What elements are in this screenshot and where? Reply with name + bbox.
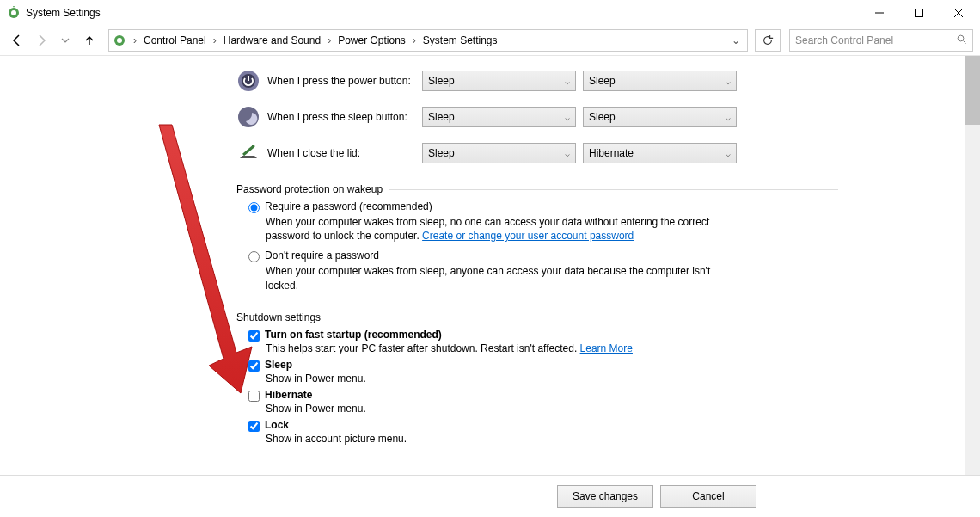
breadcrumb-dropdown-icon[interactable]: ⌄ xyxy=(728,34,744,46)
sleep-label: Sleep xyxy=(265,359,292,371)
close-lid-plugged-dropdown[interactable]: Hibernate⌵ xyxy=(583,143,737,163)
cancel-button[interactable]: Cancel xyxy=(660,485,756,508)
sleep-checkbox-row[interactable]: Sleep xyxy=(248,359,838,372)
forward-button[interactable] xyxy=(31,30,52,51)
fast-startup-label: Turn on fast startup (recommended) xyxy=(265,329,442,341)
dont-require-password-radio[interactable]: Don't require a password xyxy=(248,249,838,262)
chevron-down-icon: ⌵ xyxy=(565,77,570,86)
footer: Save changes Cancel xyxy=(0,475,980,517)
laptop-lid-icon xyxy=(236,141,260,165)
sleep-button-label: When I press the sleep button: xyxy=(267,111,422,123)
vertical-scrollbar[interactable] xyxy=(965,56,980,475)
dont-require-password-radio-input[interactable] xyxy=(248,251,260,262)
chevron-right-icon[interactable]: › xyxy=(211,34,218,46)
lock-checkbox[interactable] xyxy=(248,421,260,432)
minimize-button[interactable] xyxy=(860,0,899,26)
recent-locations-button[interactable] xyxy=(55,30,76,51)
hibernate-desc: Show in Power menu. xyxy=(266,402,721,415)
breadcrumb-icon xyxy=(113,34,126,47)
chevron-right-icon[interactable]: › xyxy=(326,34,333,46)
svg-point-1 xyxy=(11,10,16,15)
close-lid-battery-dropdown[interactable]: Sleep⌵ xyxy=(422,143,576,163)
password-group-header: Password protection on wakeup xyxy=(236,183,838,195)
sleep-button-plugged-dropdown[interactable]: Sleep⌵ xyxy=(583,107,737,127)
fast-startup-checkbox[interactable] xyxy=(248,330,260,342)
back-button[interactable] xyxy=(7,30,28,51)
lock-desc: Show in account picture menu. xyxy=(266,432,721,446)
main-area: When I press the power button: Sleep⌵ Sl… xyxy=(0,55,980,475)
create-password-link[interactable]: Create or change your user account passw… xyxy=(422,230,634,242)
require-password-radio[interactable]: Require a password (recommended) xyxy=(248,200,838,213)
search-input[interactable]: Search Control Panel xyxy=(789,29,973,52)
chevron-down-icon: ⌵ xyxy=(726,77,731,86)
breadcrumb-bar[interactable]: › Control Panel › Hardware and Sound › P… xyxy=(108,29,748,52)
sleep-icon xyxy=(236,105,260,129)
fast-startup-desc: This helps start your PC faster after sh… xyxy=(266,342,721,355)
breadcrumb-item[interactable]: Control Panel xyxy=(140,34,210,46)
window-title: System Settings xyxy=(26,7,101,19)
hibernate-checkbox-row[interactable]: Hibernate xyxy=(248,389,838,402)
chevron-right-icon[interactable]: › xyxy=(132,34,138,46)
breadcrumb-item[interactable]: Hardware and Sound xyxy=(220,34,324,46)
system-settings-icon xyxy=(7,6,21,20)
save-changes-button[interactable]: Save changes xyxy=(557,485,653,508)
lock-checkbox-row[interactable]: Lock xyxy=(248,419,838,432)
power-button-action-row: When I press the power button: Sleep⌵ Sl… xyxy=(236,63,838,99)
svg-line-9 xyxy=(964,40,966,43)
close-lid-action-row: When I close the lid: Sleep⌵ Hibernate⌵ xyxy=(236,135,838,171)
scroll-thumb[interactable] xyxy=(965,56,980,125)
titlebar: ↔ System Settings xyxy=(0,0,980,26)
chevron-down-icon: ⌵ xyxy=(726,149,731,158)
hibernate-checkbox[interactable] xyxy=(248,391,260,402)
close-button[interactable] xyxy=(939,0,978,26)
dont-require-password-desc: When your computer wakes from sleep, any… xyxy=(266,264,721,292)
dont-require-password-label: Don't require a password xyxy=(265,249,379,262)
sleep-checkbox[interactable] xyxy=(248,360,260,372)
breadcrumb-item[interactable]: System Settings xyxy=(420,34,501,46)
chevron-down-icon: ⌵ xyxy=(726,113,731,122)
require-password-label: Require a password (recommended) xyxy=(265,200,432,212)
chevron-down-icon: ⌵ xyxy=(565,149,570,158)
sleep-button-battery-dropdown[interactable]: Sleep⌵ xyxy=(422,107,576,127)
refresh-button[interactable] xyxy=(755,29,781,52)
chevron-right-icon[interactable]: › xyxy=(411,34,418,46)
breadcrumb-item[interactable]: Power Options xyxy=(334,34,409,46)
power-button-battery-dropdown[interactable]: Sleep⌵ xyxy=(422,71,576,91)
maximize-button[interactable] xyxy=(899,0,939,26)
require-password-desc: When your computer wakes from sleep, no … xyxy=(266,215,721,243)
chevron-down-icon: ⌵ xyxy=(565,113,570,122)
search-placeholder: Search Control Panel xyxy=(795,34,893,46)
resize-arrow-icon: ↔ xyxy=(915,0,927,2)
svg-rect-3 xyxy=(916,9,923,17)
svg-point-7 xyxy=(117,38,122,43)
hibernate-label: Hibernate xyxy=(265,389,312,401)
shutdown-group-header: Shutdown settings xyxy=(236,311,838,323)
svg-point-8 xyxy=(958,35,964,41)
sleep-desc: Show in Power menu. xyxy=(266,372,721,385)
power-button-label: When I press the power button: xyxy=(267,75,422,87)
close-lid-label: When I close the lid: xyxy=(267,147,422,159)
power-icon xyxy=(236,69,260,93)
sleep-button-action-row: When I press the sleep button: Sleep⌵ Sl… xyxy=(236,99,838,135)
search-icon xyxy=(957,34,967,47)
require-password-radio-input[interactable] xyxy=(248,202,260,213)
up-button[interactable] xyxy=(79,30,100,51)
fast-startup-checkbox-row[interactable]: Turn on fast startup (recommended) xyxy=(248,329,838,342)
nav-row: › Control Panel › Hardware and Sound › P… xyxy=(0,26,980,55)
fast-startup-learn-more-link[interactable]: Learn More xyxy=(580,342,633,354)
power-button-plugged-dropdown[interactable]: Sleep⌵ xyxy=(583,71,737,91)
lock-label: Lock xyxy=(265,419,289,431)
